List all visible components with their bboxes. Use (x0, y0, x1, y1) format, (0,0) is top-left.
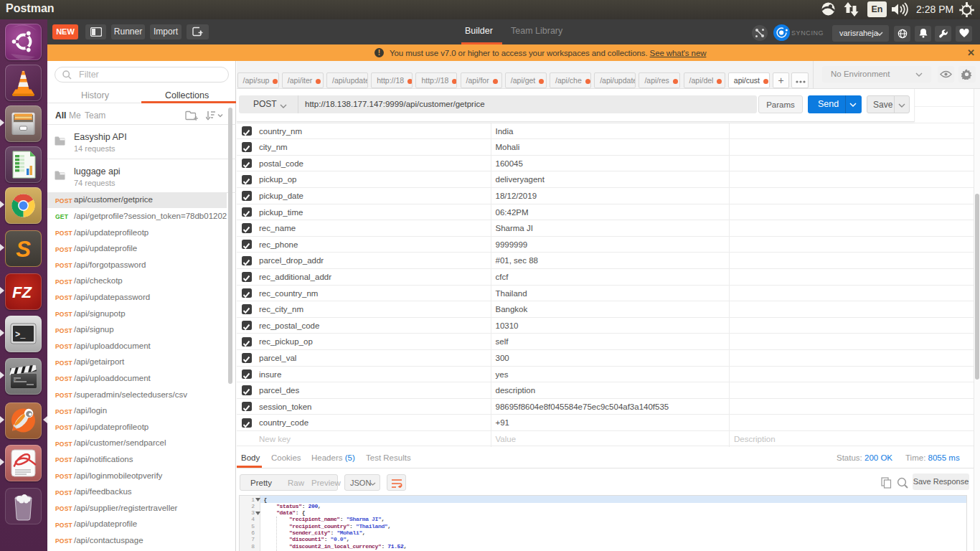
svg-text:S: S (16, 237, 31, 262)
svg-text:FZ: FZ (12, 283, 32, 301)
svg-text:⌐: ⌐ (14, 377, 17, 382)
svg-text:>_: >_ (15, 330, 26, 340)
